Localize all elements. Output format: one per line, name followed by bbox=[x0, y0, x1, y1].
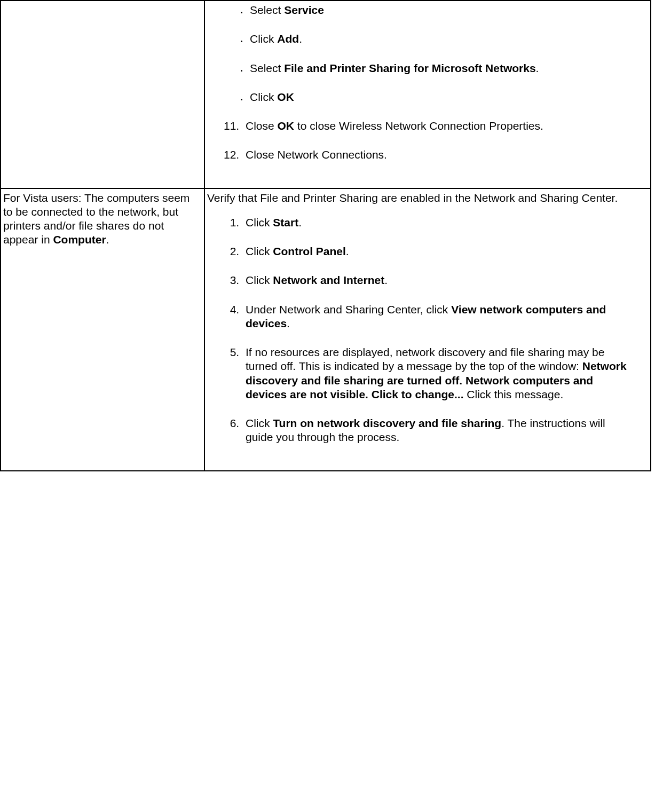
text: Click bbox=[246, 245, 273, 257]
text: . bbox=[536, 62, 539, 74]
row1-sub-bullets: Select Service Click Add. Select File an… bbox=[207, 3, 647, 104]
row2-right-cell: Verify that File and Printer Sharing are… bbox=[205, 189, 650, 470]
list-item: Select Service bbox=[248, 3, 628, 17]
list-item: Click Turn on network discovery and file… bbox=[242, 416, 628, 445]
bold-text: Control Panel bbox=[273, 245, 346, 257]
solution-intro: Verify that File and Printer Sharing are… bbox=[207, 191, 644, 205]
text: . bbox=[299, 33, 302, 45]
row2-numbered-steps: Click Start. Click Control Panel. Click … bbox=[207, 216, 647, 445]
text: Click bbox=[250, 91, 277, 103]
text: Select bbox=[250, 62, 284, 74]
text: If no resources are displayed, network d… bbox=[246, 346, 604, 372]
list-item: Click OK bbox=[248, 90, 628, 104]
list-item: Click Control Panel. bbox=[242, 245, 628, 258]
bold-text: OK bbox=[277, 91, 294, 103]
text: Click bbox=[246, 274, 273, 286]
text: . bbox=[106, 233, 109, 246]
bold-text: Service bbox=[284, 4, 324, 16]
row2-left-cell: For Vista users: The computers seem to b… bbox=[1, 189, 204, 258]
table-row: Select Service Click Add. Select File an… bbox=[1, 1, 651, 188]
problem-description: For Vista users: The computers seem to b… bbox=[3, 191, 198, 247]
bold-text: OK bbox=[278, 120, 295, 132]
bold-text: Add bbox=[277, 33, 299, 45]
text: . bbox=[346, 245, 349, 257]
text: Click bbox=[246, 216, 273, 228]
row1-left-cell bbox=[1, 1, 204, 14]
text: . bbox=[298, 216, 302, 228]
text: Select bbox=[250, 4, 284, 16]
text: Close bbox=[246, 120, 278, 132]
text: Under Network and Sharing Center, click bbox=[246, 303, 451, 316]
row1-numbered-steps: Close OK to close Wireless Network Conne… bbox=[207, 119, 647, 162]
list-item: Under Network and Sharing Center, click … bbox=[242, 303, 628, 331]
list-item: Click Network and Internet. bbox=[242, 273, 628, 287]
text: Click bbox=[246, 417, 273, 429]
row1-right-cell: Select Service Click Add. Select File an… bbox=[205, 1, 650, 188]
text: . bbox=[287, 317, 290, 329]
list-item: Click Add. bbox=[248, 32, 628, 46]
text: Click bbox=[250, 33, 277, 45]
text: to close Wireless Network Connection Pro… bbox=[294, 120, 543, 132]
list-item: Close OK to close Wireless Network Conne… bbox=[242, 119, 628, 133]
bold-text: File and Printer Sharing for Microsoft N… bbox=[284, 62, 535, 74]
text: Click this message. bbox=[464, 388, 564, 400]
text: Close Network Connections. bbox=[246, 148, 387, 161]
text: . bbox=[384, 274, 388, 286]
list-item: If no resources are displayed, network d… bbox=[242, 345, 628, 401]
troubleshooting-table: Select Service Click Add. Select File an… bbox=[0, 0, 651, 471]
bold-text: Computer bbox=[53, 233, 106, 246]
bold-text: Network and Internet bbox=[273, 274, 384, 286]
list-item: Click Start. bbox=[242, 216, 628, 230]
bold-text: Turn on network discovery and file shari… bbox=[273, 417, 501, 429]
list-item: Close Network Connections. bbox=[242, 148, 628, 162]
bold-text: Start bbox=[273, 216, 298, 228]
table-row: For Vista users: The computers seem to b… bbox=[1, 188, 651, 471]
list-item: Select File and Printer Sharing for Micr… bbox=[248, 61, 628, 75]
